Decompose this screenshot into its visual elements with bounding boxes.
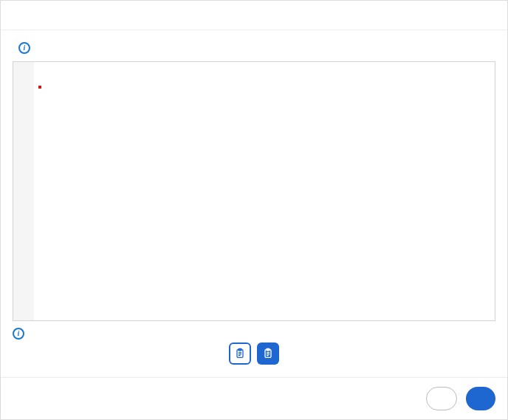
close-icon[interactable] bbox=[485, 8, 500, 23]
cancel-button[interactable] bbox=[388, 387, 417, 410]
clipboard-list-icon[interactable] bbox=[229, 342, 251, 365]
icon-row bbox=[13, 340, 495, 366]
titlebar bbox=[1, 1, 507, 30]
dialog bbox=[0, 0, 508, 420]
info-icon[interactable] bbox=[18, 42, 30, 54]
dialog-body bbox=[1, 30, 507, 377]
prev-button[interactable] bbox=[426, 387, 457, 410]
editor-gutter bbox=[13, 62, 34, 320]
footer bbox=[1, 377, 507, 419]
warning-row bbox=[13, 327, 495, 340]
clipboard-icon[interactable] bbox=[257, 342, 279, 365]
info-icon bbox=[13, 328, 24, 340]
highlight-box bbox=[38, 86, 41, 89]
editor-code[interactable] bbox=[34, 62, 495, 320]
section-title-row bbox=[13, 42, 495, 54]
css-editor[interactable] bbox=[13, 61, 495, 321]
finish-button[interactable] bbox=[466, 387, 495, 410]
